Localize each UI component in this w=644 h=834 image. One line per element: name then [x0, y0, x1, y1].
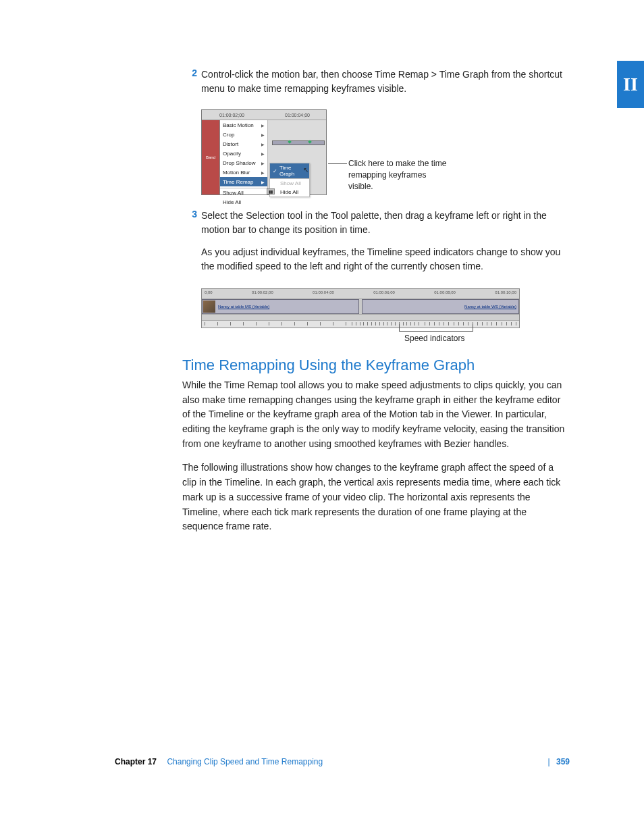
- step-3: 3 Select the Selection tool in the Tool …: [182, 209, 570, 237]
- ruler-time: 01:00:02;00: [219, 113, 244, 118]
- submenu-caret-icon: ▶: [261, 132, 265, 137]
- page-number: 359: [556, 757, 570, 766]
- menu-item-opacity[interactable]: Opacity▶: [220, 149, 267, 158]
- chapter-label: Chapter 17: [115, 757, 157, 766]
- menu-item-label: Show All: [223, 190, 244, 196]
- callout-text: Click here to make the time remapping ke…: [348, 158, 450, 192]
- section-heading: Time Remapping Using the Keyframe Graph: [182, 357, 570, 374]
- figure2-panel: 0;00 01:00:02;00 01:00:04;00 01:00:06;00…: [201, 288, 520, 328]
- clip-label: Nancy at table MS (Variable): [218, 305, 269, 309]
- menu-item-show-all[interactable]: Show All: [220, 188, 267, 198]
- menu-item-distort[interactable]: Distort▶: [220, 139, 267, 149]
- clip-right[interactable]: Nancy at table WS (Variable): [362, 299, 519, 314]
- menu-item-time-remap[interactable]: Time Remap▶: [220, 177, 267, 186]
- figure1-panel: 01:00:02;00 01:00:04;00 Band Basic Motio…: [201, 109, 327, 195]
- figure2-time-ruler: 0;00 01:00:02;00 01:00:04;00 01:00:06;00…: [202, 289, 519, 299]
- ruler-time: 0;00: [205, 290, 213, 298]
- step-number: 2: [182, 68, 197, 78]
- menu-item-basic-motion[interactable]: Basic Motion▶: [220, 120, 267, 130]
- submenu-item-hide-all[interactable]: Hide All: [270, 188, 309, 197]
- menu-item-label: Basic Motion: [223, 122, 254, 128]
- step-text: Control-click the motion bar, then choos…: [201, 68, 570, 96]
- menu-item-label: Hide All: [223, 199, 241, 205]
- tick-group-sparse: [202, 322, 349, 325]
- figure1-footer-tab: ▮▮: [267, 188, 275, 194]
- menu-item-label: Time Remap: [223, 179, 254, 185]
- step-continuation: As you adjust individual keyframes, the …: [201, 245, 570, 273]
- step-text: Select the Selection tool in the Tool pa…: [201, 209, 570, 237]
- menu-item-label: Crop: [223, 132, 234, 138]
- menu-item-crop[interactable]: Crop▶: [220, 130, 267, 139]
- submenu-item-show-all[interactable]: Show All: [270, 178, 309, 188]
- ruler-time: 01:00:02;00: [252, 290, 273, 298]
- ruler-time: 01:00:04;00: [285, 113, 310, 118]
- menu-item-motion-blur[interactable]: Motion Blur▶: [220, 167, 267, 177]
- figure-speed-indicators: 0;00 01:00:02;00 01:00:04;00 01:00:06;00…: [201, 288, 570, 328]
- figure-shortcut-menu: 01:00:02;00 01:00:04;00 Band Basic Motio…: [201, 109, 570, 195]
- submenu-item-label: Hide All: [280, 189, 298, 195]
- callout-bracket: [399, 324, 473, 332]
- menu-item-hide-all[interactable]: Hide All: [220, 198, 267, 207]
- callout-text: Speed indicators: [404, 334, 464, 343]
- ruler-time: 01:00:06;00: [373, 290, 395, 298]
- submenu-caret-icon: ▶: [261, 142, 265, 147]
- motion-bar[interactable]: [272, 140, 325, 145]
- body-paragraph: While the Time Remap tool allows you to …: [182, 378, 570, 451]
- ruler-time: 01:00:08;00: [434, 290, 456, 298]
- footer-divider-icon: |: [548, 757, 550, 766]
- submenu-caret-icon: ▶: [261, 123, 265, 128]
- submenu-caret-icon: ▶: [261, 180, 265, 184]
- chapter-title: Changing Clip Speed and Time Remapping: [167, 757, 323, 766]
- check-icon: ✓: [273, 168, 277, 174]
- submenu-item-label: Show All: [280, 180, 301, 186]
- body-paragraph: The following illustrations show how cha…: [182, 461, 570, 533]
- page: 2 Control-click the motion bar, then cho…: [0, 0, 644, 534]
- step-number: 3: [182, 209, 197, 219]
- menu-item-label: Opacity: [223, 151, 241, 157]
- clip-left[interactable]: Nancy at table MS (Variable): [202, 299, 359, 314]
- figure1-track-label: Band: [202, 120, 220, 194]
- submenu-caret-icon: ▶: [261, 161, 265, 165]
- clip-label: Nancy at table WS (Variable): [464, 305, 516, 309]
- step-2: 2 Control-click the motion bar, then cho…: [182, 68, 570, 96]
- menu-item-label: Distort: [223, 141, 238, 147]
- page-footer: Chapter 17 Changing Clip Speed and Time …: [68, 757, 576, 766]
- ruler-time: 01:00:04;00: [313, 290, 334, 298]
- submenu-caret-icon: ▶: [261, 151, 265, 156]
- footer-chapter: Chapter 17 Changing Clip Speed and Time …: [115, 757, 323, 766]
- figure2-clip-track: Nancy at table MS (Variable) Nancy at ta…: [202, 299, 519, 314]
- menu-item-label: Motion Blur: [223, 170, 250, 176]
- menu-item-label: Drop Shadow: [223, 160, 255, 166]
- clip-thumbnail: [203, 301, 215, 313]
- submenu-item-label: Time Graph: [279, 165, 306, 177]
- submenu-caret-icon: ▶: [261, 170, 265, 175]
- menu-item-drop-shadow[interactable]: Drop Shadow▶: [220, 158, 267, 167]
- ruler-time: 01:00:10;00: [495, 290, 516, 298]
- footer-page: | 359: [544, 757, 570, 766]
- figure1-time-ruler: 01:00:02;00 01:00:04;00: [202, 110, 326, 120]
- cursor-icon: ↖: [303, 166, 308, 174]
- figure2-motion-bar[interactable]: [202, 314, 519, 320]
- context-menu: Basic Motion▶ Crop▶ Distort▶ Opacity▶ Dr…: [220, 120, 268, 194]
